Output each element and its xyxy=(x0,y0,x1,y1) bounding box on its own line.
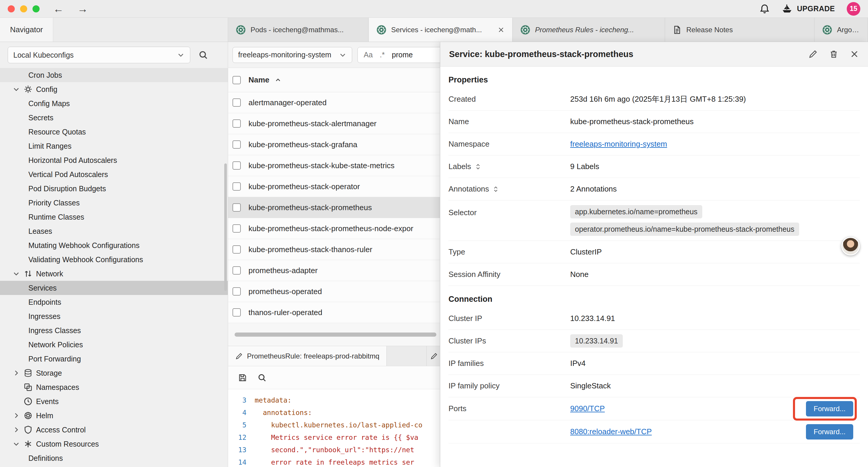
tab-prometheus-rules[interactable]: Prometheus Rules - icecheng... xyxy=(513,18,665,42)
sidebar-item-access-control[interactable]: Access Control xyxy=(0,423,228,437)
table-row[interactable]: kube-prometheus-stack-prometheus-node-ex… xyxy=(228,218,440,239)
delete-trash-icon[interactable] xyxy=(829,49,838,59)
row-checkbox[interactable] xyxy=(232,266,241,274)
sidebar-item-ingress-classes[interactable]: Ingress Classes xyxy=(0,323,228,338)
table-row[interactable]: kube-prometheus-stack-kube-state-metrics xyxy=(228,155,440,176)
sidebar-item-mutating-webhook-configurations[interactable]: Mutating Webhook Configurations xyxy=(0,238,228,253)
horizontal-scrollbar[interactable] xyxy=(235,332,436,337)
notifications-bell-icon[interactable] xyxy=(760,4,770,14)
table-row[interactable]: prometheus-adapter xyxy=(228,260,440,281)
row-checkbox[interactable] xyxy=(232,308,241,317)
table-row[interactable]: thanos-ruler-operated xyxy=(228,302,440,323)
sidebar-item-priority-classes[interactable]: Priority Classes xyxy=(0,196,228,210)
regex-toggle[interactable]: .* xyxy=(380,51,385,59)
sidebar-item-services[interactable]: Services xyxy=(0,281,228,295)
row-checkbox[interactable] xyxy=(232,287,241,296)
port-link-8080[interactable]: 8080:reloader-web/TCP xyxy=(570,427,652,436)
sidebar-scrollbar[interactable] xyxy=(224,164,227,291)
zoom-window-button[interactable] xyxy=(32,5,39,12)
sidebar-item-config[interactable]: Config xyxy=(0,82,228,96)
table-row[interactable]: kube-prometheus-stack-grafana xyxy=(228,134,440,155)
sidebar-item-resource-quotas[interactable]: Resource Quotas xyxy=(0,125,228,139)
row-checkbox[interactable] xyxy=(232,140,241,149)
table-row[interactable]: prometheus-operated xyxy=(228,281,440,302)
forward-arrow-icon[interactable]: → xyxy=(78,4,88,14)
select-all-checkbox[interactable] xyxy=(232,76,241,84)
expand-annotations-icon[interactable] xyxy=(493,185,499,193)
sidebar-item-limit-ranges[interactable]: Limit Ranges xyxy=(0,139,228,153)
sidebar-item-secrets[interactable]: Secrets xyxy=(0,111,228,125)
back-arrow-icon[interactable]: ← xyxy=(53,4,64,14)
tab-argo[interactable]: Argo Se xyxy=(814,18,868,42)
table-row[interactable]: kube-prometheus-stack-operator xyxy=(228,176,440,197)
tab-services[interactable]: Services - icecheng@math... xyxy=(369,18,513,42)
dock-tab-bar: PrometheusRule: freeleaps-prod-rabbitmq xyxy=(228,346,440,366)
match-case-toggle[interactable]: Aa xyxy=(364,51,373,59)
row-checkbox[interactable] xyxy=(232,98,241,107)
save-icon[interactable] xyxy=(238,373,247,382)
namespace-selector[interactable]: freeleaps-monitoring-system xyxy=(232,47,352,63)
notification-count-badge[interactable]: 15 xyxy=(847,2,860,16)
expand-labels-icon[interactable] xyxy=(475,163,481,171)
sidebar-item-runtime-classes[interactable]: Runtime Classes xyxy=(0,210,228,224)
minimize-window-button[interactable] xyxy=(20,5,27,12)
chevron-down-icon xyxy=(12,440,20,448)
tab-release-notes[interactable]: Release Notes xyxy=(665,18,814,42)
row-checkbox[interactable] xyxy=(232,182,241,191)
forward-button-9090[interactable]: Forward... xyxy=(806,401,853,416)
edit-icon[interactable] xyxy=(808,49,818,59)
row-checkbox[interactable] xyxy=(232,245,241,254)
dock-tab-prometheusrule[interactable]: PrometheusRule: freeleaps-prod-rabbitmq xyxy=(228,346,387,366)
sidebar-item-cron-jobs[interactable]: Cron Jobs xyxy=(0,68,228,82)
sidebar-item-pod-disruption-budgets[interactable]: Pod Disruption Budgets xyxy=(0,181,228,196)
sidebar-item-namespaces[interactable]: Namespaces xyxy=(0,380,228,394)
forward-button-8080[interactable]: Forward... xyxy=(806,424,853,439)
close-tab-icon[interactable] xyxy=(498,26,505,33)
yaml-editor[interactable]: 3metadata: 4 annotations: 5 kubectl.kube… xyxy=(228,389,440,467)
created-label: Created xyxy=(448,95,570,104)
sidebar-item-ingresses[interactable]: Ingresses xyxy=(0,309,228,323)
user-avatar[interactable] xyxy=(841,237,860,255)
table-row[interactable]: kube-prometheus-stack-thanos-ruler xyxy=(228,239,440,260)
session-affinity-value: None xyxy=(570,270,589,279)
row-checkbox[interactable] xyxy=(232,224,241,233)
sidebar-item-network[interactable]: Network xyxy=(0,267,228,281)
tab-pods[interactable]: Pods - icecheng@mathmas... xyxy=(228,18,369,42)
namespace-link[interactable]: freeleaps-monitoring-system xyxy=(570,140,667,148)
sidebar-item-events[interactable]: Events xyxy=(0,394,228,408)
table-row[interactable]: alertmanager-operated xyxy=(228,92,440,113)
name-column-header[interactable]: Name xyxy=(248,76,270,85)
close-drawer-icon[interactable] xyxy=(850,49,859,59)
kubeconfig-selector[interactable]: Local Kubeconfigs xyxy=(8,47,190,63)
sidebar-item-horizontal-pod-autoscalers[interactable]: Horizontal Pod Autoscalers xyxy=(0,153,228,167)
navigator-panel-tab[interactable]: Navigator xyxy=(0,18,53,42)
port-link-9090[interactable]: 9090/TCP xyxy=(570,404,605,413)
table-row-selected[interactable]: kube-prometheus-stack-prometheus xyxy=(228,197,440,218)
selector-label: Selector xyxy=(448,205,570,217)
sidebar-item-helm[interactable]: Helm xyxy=(0,408,228,423)
row-checkbox[interactable] xyxy=(232,119,241,128)
close-window-button[interactable] xyxy=(8,5,15,12)
sidebar-item-custom-resources[interactable]: Custom Resources xyxy=(0,437,228,451)
table-row[interactable]: kube-prometheus-stack-alertmanager xyxy=(228,113,440,134)
editor-search-icon[interactable] xyxy=(258,373,267,382)
sidebar-item-config-maps[interactable]: Config Maps xyxy=(0,96,228,111)
sidebar-item-storage[interactable]: Storage xyxy=(0,366,228,380)
sidebar-item-port-forwarding[interactable]: Port Forwarding xyxy=(0,352,228,366)
sidebar-search-icon[interactable] xyxy=(198,50,208,60)
sidebar-item-vertical-pod-autoscalers[interactable]: Vertical Pod Autoscalers xyxy=(0,167,228,181)
chevron-down-icon xyxy=(177,51,185,59)
sidebar-item-endpoints[interactable]: Endpoints xyxy=(0,295,228,309)
sort-ascending-icon[interactable] xyxy=(275,77,281,83)
ip-families-label: IP families xyxy=(448,359,570,368)
sidebar-item-definitions[interactable]: Definitions xyxy=(0,451,228,465)
dock-tab-partial[interactable] xyxy=(426,346,440,366)
sidebar-item-leases[interactable]: Leases xyxy=(0,224,228,238)
sidebar-item-validating-webhook-configurations[interactable]: Validating Webhook Configurations xyxy=(0,253,228,267)
row-checkbox[interactable] xyxy=(232,162,241,170)
table-search-input[interactable]: Aa .* prome xyxy=(358,47,440,63)
main-layout: Local Kubeconfigs Cron Jobs Config Confi… xyxy=(0,42,868,467)
sidebar-item-network-policies[interactable]: Network Policies xyxy=(0,338,228,352)
row-checkbox[interactable] xyxy=(232,203,241,212)
upgrade-button[interactable]: UPGRADE xyxy=(781,3,835,14)
